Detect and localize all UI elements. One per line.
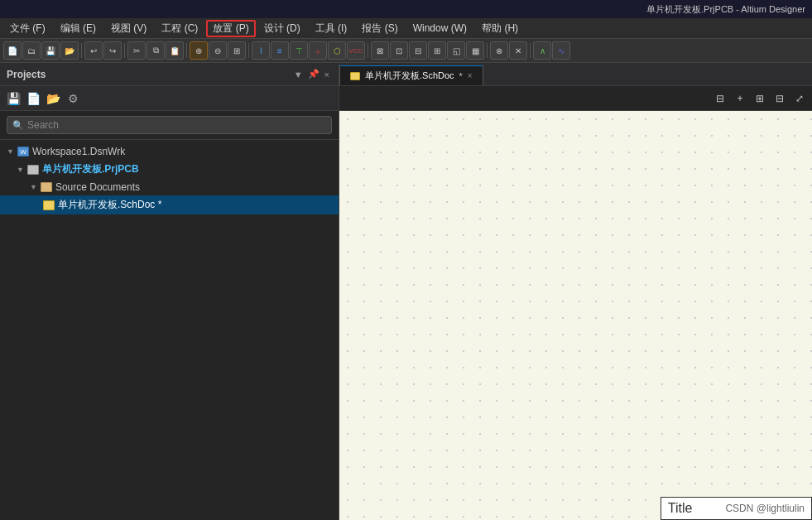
toolbar-open-job[interactable]: 🗂 bbox=[22, 41, 41, 60]
panel-settings-btn[interactable]: ⚙ bbox=[65, 90, 81, 107]
toolbar-t8[interactable]: ✕ bbox=[509, 41, 527, 60]
toolbar-t1[interactable]: ⊠ bbox=[371, 41, 389, 60]
schdoc-label: 单片机开发板.SchDoc * bbox=[58, 198, 161, 212]
menu-project[interactable]: 工程 (C) bbox=[155, 20, 204, 37]
menu-edit[interactable]: 编辑 (E) bbox=[54, 20, 103, 37]
project-tree: ▼ W Workspace1.DsnWrk ▼ 单片机开发板.PrjPCB ▼ … bbox=[0, 140, 339, 520]
menu-place[interactable]: 放置 (P) bbox=[206, 20, 255, 37]
toolbar-t2[interactable]: ⊡ bbox=[390, 41, 408, 60]
toolbar-net[interactable]: ⊤ bbox=[290, 41, 308, 60]
schdoc-icon bbox=[43, 200, 55, 210]
sep7 bbox=[530, 43, 531, 58]
toolbar-wire[interactable]: ⌇ bbox=[252, 41, 270, 60]
panel-title: Projects bbox=[7, 69, 291, 80]
toolbar-undo[interactable]: ↩ bbox=[84, 41, 103, 60]
toolbar-t4[interactable]: ⊞ bbox=[428, 41, 446, 60]
toolbar-zoom-fit[interactable]: ⊞ bbox=[228, 41, 246, 60]
panel-pin-icon[interactable]: 📌 bbox=[305, 69, 322, 79]
menu-window[interactable]: Window (W) bbox=[406, 21, 473, 36]
workspace-arrow: ▼ bbox=[7, 147, 14, 156]
title-block: Title CSDN @lightliulin bbox=[661, 497, 812, 520]
toolbar-t3[interactable]: ⊟ bbox=[409, 41, 427, 60]
workspace-icon: W bbox=[17, 147, 29, 156]
app-title: 单片机开发板.PrjPCB - Altium Designer bbox=[646, 3, 805, 16]
title-bar: 单片机开发板.PrjPCB - Altium Designer bbox=[0, 0, 812, 18]
toolbar-t9[interactable]: ∧ bbox=[533, 41, 551, 60]
folder-arrow: ▼ bbox=[30, 183, 37, 191]
main-toolbar: 📄 🗂 💾 📂 ↩ ↪ ✂ ⧉ 📋 ⊕ ⊖ ⊞ ⌇ ≡ ⊤ ⏚ ⬡ VCC ⊠ … bbox=[0, 38, 812, 63]
menu-tools[interactable]: 工具 (I) bbox=[309, 20, 354, 37]
search-bar: 🔍 bbox=[0, 111, 339, 140]
toolbar-bus[interactable]: ≡ bbox=[271, 41, 289, 60]
folder-icon bbox=[41, 182, 52, 192]
project-icon bbox=[27, 165, 39, 175]
toolbar-zoom-out[interactable]: ⊖ bbox=[209, 41, 227, 60]
panel-dropdown-icon[interactable]: ▼ bbox=[291, 70, 305, 79]
toolbar-vcc[interactable]: VCC bbox=[347, 41, 365, 60]
schematic-canvas[interactable]: Title CSDN @lightliulin bbox=[339, 111, 812, 520]
title-label: Title bbox=[668, 501, 693, 516]
tab-modified-marker: * bbox=[459, 71, 463, 81]
toolbar-component[interactable]: ⬡ bbox=[328, 41, 346, 60]
toolbar-zoom-in[interactable]: ⊕ bbox=[190, 41, 208, 60]
tab-schdoc[interactable]: 单片机开发板.SchDoc * × bbox=[339, 65, 483, 85]
editor-minus-btn[interactable]: ⊟ bbox=[771, 89, 789, 108]
watermark-text: CSDN @lightliulin bbox=[725, 503, 805, 514]
toolbar-cut[interactable]: ✂ bbox=[127, 41, 146, 60]
toolbar-power[interactable]: ⏚ bbox=[309, 41, 327, 60]
workspace-label: Workspace1.DsnWrk bbox=[32, 146, 125, 157]
folder-label: Source Documents bbox=[55, 181, 140, 193]
panel-header: Projects ▼ 📌 × bbox=[0, 63, 339, 86]
panel-save-btn[interactable]: 💾 bbox=[5, 90, 22, 107]
menu-reports[interactable]: 报告 (S) bbox=[355, 20, 404, 37]
menu-design[interactable]: 设计 (D) bbox=[257, 20, 307, 37]
panel-toolbar: 💾 📄 📂 ⚙ bbox=[0, 86, 339, 111]
toolbar-copy[interactable]: ⧉ bbox=[147, 41, 165, 60]
tree-source-folder[interactable]: ▼ Source Documents bbox=[0, 179, 339, 195]
toolbar-t6[interactable]: ▦ bbox=[466, 41, 484, 60]
menu-view[interactable]: 视图 (V) bbox=[104, 20, 153, 37]
search-input-wrap: 🔍 bbox=[7, 116, 332, 134]
toolbar-new[interactable]: 📄 bbox=[3, 41, 22, 60]
project-label: 单片机开发板.PrjPCB bbox=[42, 162, 139, 176]
tree-project[interactable]: ▼ 单片机开发板.PrjPCB bbox=[0, 160, 339, 179]
search-icon: 🔍 bbox=[12, 120, 24, 131]
project-arrow: ▼ bbox=[17, 166, 24, 174]
toolbar-t10[interactable]: ∿ bbox=[552, 41, 570, 60]
editor-expand-btn[interactable]: ⤢ bbox=[790, 89, 809, 108]
panel-close-icon[interactable]: × bbox=[322, 70, 332, 79]
tab-label: 单片机开发板.SchDoc bbox=[365, 70, 454, 82]
panel-new-btn[interactable]: 📄 bbox=[25, 90, 41, 107]
sep3 bbox=[186, 43, 187, 58]
editor-toolbar: ⊟ + ⊞ ⊟ ⤢ bbox=[339, 86, 812, 111]
menu-help[interactable]: 帮助 (H) bbox=[475, 20, 525, 37]
tree-workspace[interactable]: ▼ W Workspace1.DsnWrk bbox=[0, 143, 339, 160]
tree-schdoc[interactable]: 单片机开发板.SchDoc * bbox=[0, 195, 339, 214]
panel-open-btn[interactable]: 📂 bbox=[45, 90, 61, 107]
tab-schdoc-icon bbox=[350, 72, 360, 80]
editor-filter-btn[interactable]: ⊟ bbox=[711, 89, 729, 108]
projects-panel: Projects ▼ 📌 × 💾 📄 📂 ⚙ 🔍 ▼ W Workspa bbox=[0, 63, 339, 520]
tab-close-btn[interactable]: × bbox=[468, 71, 473, 80]
sep5 bbox=[368, 43, 368, 58]
toolbar-redo[interactable]: ↪ bbox=[103, 41, 122, 60]
tab-bar: 单片机开发板.SchDoc * × bbox=[339, 63, 812, 86]
editor-add-btn[interactable]: + bbox=[731, 89, 749, 108]
sep4 bbox=[248, 43, 249, 58]
toolbar-t7[interactable]: ⊗ bbox=[490, 41, 508, 60]
toolbar-t5[interactable]: ◱ bbox=[447, 41, 465, 60]
menu-file[interactable]: 文件 (F) bbox=[3, 20, 52, 37]
main-layout: Projects ▼ 📌 × 💾 📄 📂 ⚙ 🔍 ▼ W Workspa bbox=[0, 63, 812, 520]
editor-fit-btn[interactable]: ⊞ bbox=[751, 89, 769, 108]
editor-panel: 单片机开发板.SchDoc * × ⊟ + ⊞ ⊟ ⤢ Title CSDN @… bbox=[339, 63, 812, 520]
menu-bar: 文件 (F) 编辑 (E) 视图 (V) 工程 (C) 放置 (P) 设计 (D… bbox=[0, 18, 812, 38]
sep1 bbox=[81, 43, 82, 58]
search-input[interactable] bbox=[27, 119, 326, 131]
toolbar-save-all[interactable]: 💾 bbox=[41, 41, 60, 60]
sep6 bbox=[487, 43, 488, 58]
sep2 bbox=[124, 43, 125, 58]
toolbar-open[interactable]: 📂 bbox=[60, 41, 79, 60]
toolbar-paste[interactable]: 📋 bbox=[166, 41, 184, 60]
